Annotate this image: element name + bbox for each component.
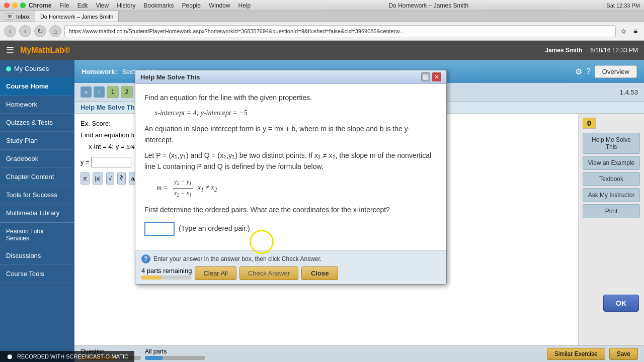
menu-icon[interactable]: ≡ [631,27,640,36]
back-button[interactable]: ‹ [4,25,16,37]
sidebar-course-tools-label: Course Tools [6,270,44,278]
maximize-window-button[interactable] [20,3,26,8]
content-area: My Courses Course Home Homework Quizzes … [0,60,644,362]
url-bar[interactable] [64,25,616,37]
sidebar-study-plan-label: Study Plan [6,137,38,144]
formula-m-label: m = [156,183,168,194]
clear-all-button[interactable]: Clear All [195,266,236,280]
sidebar-homework-label: Homework [6,101,37,108]
sidebar-item-discussions[interactable]: Discussions [0,247,74,265]
modal-body: Find an equation for the line with the g… [135,84,446,250]
forward-button[interactable]: › [19,25,31,37]
menu-history[interactable]: History [117,2,135,9]
close-button[interactable]: Close [301,266,338,280]
modal-text2: Let P = (x₁,y₁) and Q = (x₂,y₂) be two d… [144,150,437,172]
sidebar-item-tutor[interactable]: Pearson Tutor Services [0,222,74,247]
menu-window[interactable]: Window [209,2,230,9]
sidebar-item-multimedia[interactable]: Multimedia Library [0,204,74,222]
formula-fraction: y2 − y1 x2 − x1 [173,177,193,199]
modal-header: Help Me Solve This ⬜ ✕ [135,70,446,84]
date-display: 6/18/16 12:33 PM [590,47,638,54]
parts-remaining-label: 4 parts remaining [141,267,192,275]
menu-view[interactable]: View [96,2,109,9]
modal-buttons: 4 parts remaining Clear All Check Answer… [141,266,440,280]
sidebar-item-quizzes[interactable]: Quizzes & Tests [0,114,74,132]
app-header: ☰ MyMathLab® James Smith 6/18/16 12:33 P… [0,41,644,60]
mac-window-controls[interactable] [4,3,26,8]
formula-condition: x1 ≠ x2 [198,182,217,195]
sidebar-item-homework[interactable]: Homework [0,96,74,114]
inbox-icon: ✉ [5,13,14,20]
menu-bar: File Edit View History Bookmarks People … [59,2,251,9]
reload-button[interactable]: ↻ [34,25,46,37]
sidebar-item-study-plan[interactable]: Study Plan [0,132,74,150]
sidebar-tutor-label: Pearson Tutor Services [6,228,44,242]
screencast-watermark: ⏺ RECORDED WITH SCREENCAST-O-MATIC [0,351,134,362]
app-container: ☰ MyMathLab® James Smith 6/18/16 12:33 P… [0,41,644,362]
hint-icon: ? [141,254,150,263]
sidebar-course-home-label: Course Home [6,82,49,90]
menu-bookmarks[interactable]: Bookmarks [144,2,174,9]
ok-button-area: OK [603,295,639,312]
modal-problem-statement: Find an equation for the line with the g… [144,92,437,103]
user-name: James Smith [545,47,582,54]
my-courses-label: My Courses [14,65,49,72]
ok-button[interactable]: OK [603,295,639,312]
modal-close-button[interactable]: ✕ [432,72,441,81]
modal-formula-area: m = y2 − y1 x2 − x1 x1 ≠ x2 [156,177,437,199]
modal-hint: ? Enter your answer in the answer box, t… [141,254,440,263]
screencast-text: RECORDED WITH SCREENCAST-O-MATIC [17,353,128,359]
mymathlab-logo: MyMathLab® [20,46,70,55]
bookmark-icon[interactable]: ☆ [619,27,628,36]
menu-help[interactable]: Help [238,2,251,9]
modal-title: Help Me Solve This [140,73,200,81]
sidebar-gradebook-label: Gradebook [6,155,38,162]
modal-input-label: (Type an ordered pair.) [179,223,250,234]
sidebar-item-course-tools[interactable]: Course Tools [0,265,74,283]
modal-question-text: First determine the ordered pairs. What … [144,204,437,215]
modal-input-row: (Type an ordered pair.) [144,222,437,236]
formula-numerator: y2 − y1 [173,177,193,188]
modal-expand-button[interactable]: ⬜ [421,72,430,81]
close-window-button[interactable] [4,3,10,8]
screencast-icon: ⏺ [6,352,13,360]
sidebar-item-gradebook[interactable]: Gradebook [0,150,74,168]
app-header-right: James Smith 6/18/16 12:33 PM [545,47,638,54]
sidebar-multimedia-label: Multimedia Library [6,209,59,217]
modal-answer-input[interactable] [144,222,175,236]
tab-inbox[interactable]: ✉ Inbox [0,11,35,22]
tab-homework[interactable]: Do Homework – James Smith [35,11,119,22]
window-title: Do Homework – James Smith [251,2,606,9]
parts-remaining-area: 4 parts remaining [141,267,192,280]
modal-overlay: Help Me Solve This ⬜ ✕ Find an equation … [74,60,644,362]
menu-edit[interactable]: Edit [77,2,88,9]
browser-chrome: ✉ Inbox Do Homework – James Smith ‹ › ↻ … [0,11,644,41]
sidebar-chapter-label: Chapter Content [6,173,54,180]
modal-math-problem: x-intercept = 4; y-intercept = −5 [154,107,437,119]
browser-action-icons: ☆ ≡ [619,27,640,36]
browser-tabs: ✉ Inbox Do Homework – James Smith [0,11,644,22]
sidebar-tools-label: Tools for Success [6,191,57,199]
sidebar-item-course-home[interactable]: Course Home [0,77,74,96]
browser-toolbar: ‹ › ↻ ⌂ ☆ ≡ [0,22,644,40]
tab-homework-label: Do Homework – James Smith [40,14,114,20]
tab-inbox-label: Inbox [16,14,30,20]
app-name: Chrome [29,2,51,9]
check-answer-button[interactable]: Check Answer [239,266,298,280]
sidebar-my-courses[interactable]: My Courses [0,60,74,77]
home-button[interactable]: ⌂ [49,25,61,37]
hamburger-menu-icon[interactable]: ☰ [6,45,14,56]
minimize-window-button[interactable] [12,3,18,8]
hint-text: Enter your answer in the answer box, the… [153,255,321,262]
system-info: Sat 12:33 PM [606,3,640,9]
sidebar-item-chapter-content[interactable]: Chapter Content [0,168,74,186]
sidebar-discussions-label: Discussions [6,252,41,259]
sidebar: My Courses Course Home Homework Quizzes … [0,60,74,362]
sidebar-quizzes-label: Quizzes & Tests [6,119,53,126]
modal-footer: ? Enter your answer in the answer box, t… [135,250,446,284]
menu-file[interactable]: File [59,2,69,9]
menu-people[interactable]: People [182,2,201,9]
sidebar-item-tools[interactable]: Tools for Success [0,186,74,204]
mac-titlebar: Chrome File Edit View History Bookmarks … [0,0,644,11]
modal-equation: x-intercept = 4; y-intercept = −5 [154,109,248,117]
